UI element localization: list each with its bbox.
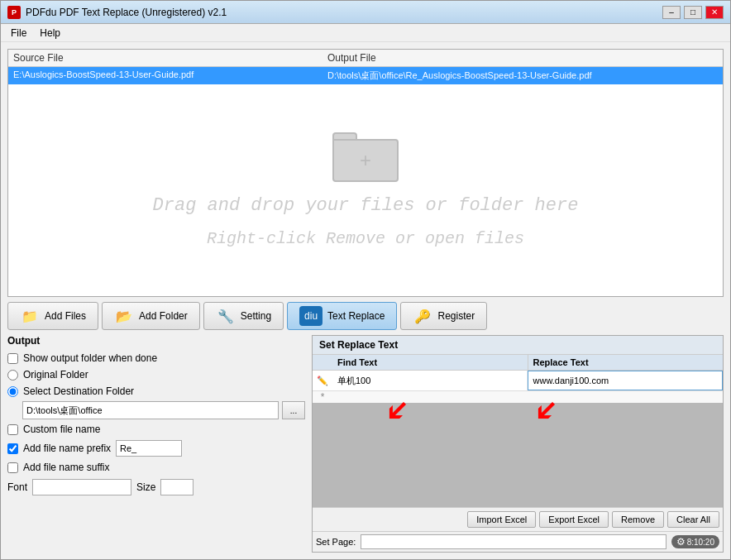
main-content: Source File Output File E:\Auslogics-Boo… [1, 42, 730, 559]
text-replace-label: Text Replace [327, 310, 385, 322]
maximize-button[interactable]: □ [684, 6, 702, 19]
app-icon: P [7, 6, 21, 19]
replace-cell-1[interactable]: www.danji100.com [528, 371, 724, 390]
add-prefix-label: Add file name prefix [23, 443, 111, 454]
select-dest-row: Select Destination Folder [7, 385, 305, 398]
custom-filename-row: Custom file name [7, 423, 305, 436]
export-excel-button[interactable]: Export Excel [539, 511, 609, 528]
select-dest-label: Select Destination Folder [23, 385, 134, 397]
browse-button[interactable]: ... [282, 401, 305, 419]
text-replace-button[interactable]: diu Text Replace [287, 302, 397, 330]
replace-bottom-bar: Import Excel Export Excel Remove Clear A… [313, 507, 723, 531]
add-files-icon: 📁 [20, 306, 40, 326]
replace-section-header: Set Replace Text [313, 336, 723, 355]
original-folder-radio[interactable] [7, 370, 18, 381]
replace-text-header: Replace Text [528, 355, 724, 370]
text-replace-icon: diu [299, 306, 322, 326]
size-input[interactable] [160, 479, 194, 495]
col-source-header: Source File [13, 52, 327, 64]
font-row: Font Size [7, 479, 305, 495]
output-file: D:\tools\桌面\office\Re_Auslogics-BoostSpe… [327, 69, 718, 82]
close-button[interactable]: ✕ [705, 6, 724, 19]
menu-help[interactable]: Help [33, 26, 67, 41]
add-files-button[interactable]: 📁 Add Files [7, 302, 98, 330]
edit-icon: ✏️ [313, 371, 332, 390]
menu-bar: File Help [1, 24, 730, 42]
window-controls: – □ ✕ [662, 6, 724, 19]
menu-file[interactable]: File [4, 26, 33, 41]
add-suffix-label: Add file name suffix [23, 462, 110, 473]
replace-new-row: * [313, 391, 723, 403]
file-table: Source File Output File E:\Auslogics-Boo… [7, 49, 724, 297]
show-folder-row: Show output folder when done [7, 352, 305, 365]
drop-text-1: Drag and drop your files or folder here [153, 195, 579, 216]
add-suffix-row: Add file name suffix [7, 461, 305, 474]
replace-table: Find Text Replace Text ✏️ 单机100 www.danj… [313, 355, 723, 507]
clear-all-button[interactable]: Clear All [667, 511, 719, 528]
minimize-button[interactable]: – [662, 6, 681, 19]
right-panel: Set Replace Text Find Text Replace Text … [312, 335, 724, 553]
add-folder-label: Add Folder [139, 310, 188, 322]
find-text-header: Find Text [332, 355, 528, 370]
add-folder-icon: 📂 [114, 306, 134, 326]
drop-area[interactable]: + Drag and drop your files or folder her… [8, 84, 723, 296]
add-prefix-row: Add file name prefix [7, 439, 305, 457]
title-bar: P PDFdu PDF Text Replace (Unregistered) … [1, 1, 730, 24]
bottom-area: Output Show output folder when done Orig… [7, 335, 724, 553]
add-files-label: Add Files [45, 310, 86, 322]
left-panel: Output Show output folder when done Orig… [7, 335, 305, 553]
page-info: 8:10:20 [687, 538, 714, 547]
show-folder-label: Show output folder when done [23, 352, 157, 364]
replace-table-body: ✏️ 单机100 www.danji100.com * ➔ ➔ [313, 371, 723, 507]
show-folder-checkbox[interactable] [7, 353, 18, 364]
col-output-header: Output File [327, 52, 718, 64]
drop-text-2: Right-click Remove or open files [207, 229, 524, 248]
size-label: Size [136, 481, 155, 493]
font-label: Font [7, 481, 27, 493]
file-table-header: Source File Output File [8, 50, 723, 67]
add-folder-button[interactable]: 📂 Add Folder [102, 302, 200, 330]
prefix-input[interactable] [116, 440, 182, 457]
register-icon: 🔑 [413, 306, 432, 326]
remove-button[interactable]: Remove [612, 511, 664, 528]
page-counter: ⚙ 8:10:20 [671, 535, 719, 548]
custom-filename-checkbox[interactable] [7, 424, 18, 435]
original-folder-row: Original Folder [7, 368, 305, 381]
main-window: P PDFdu PDF Text Replace (Unregistered) … [0, 0, 731, 560]
set-page-row: Set Page: ⚙ 8:10:20 [313, 531, 723, 552]
select-dest-radio[interactable] [7, 386, 18, 397]
import-excel-button[interactable]: Import Excel [467, 511, 536, 528]
folder-icon: + [332, 132, 399, 182]
dest-path-row: ... [22, 401, 305, 419]
window-title: PDFdu PDF Text Replace (Unregistered) v2… [26, 7, 662, 18]
new-row-icon: * [313, 391, 332, 403]
set-page-label: Set Page: [316, 537, 356, 547]
setting-button[interactable]: 🔧 Setting [203, 302, 284, 330]
add-suffix-checkbox[interactable] [7, 462, 18, 473]
font-input[interactable] [32, 479, 131, 495]
original-folder-label: Original Folder [23, 369, 88, 381]
setting-icon: 🔧 [216, 306, 236, 326]
custom-filename-label: Custom file name [23, 424, 100, 435]
output-label: Output [7, 335, 305, 347]
dest-path-input[interactable] [22, 401, 279, 419]
replace-icon-col [313, 355, 332, 370]
file-table-row[interactable]: E:\Auslogics-BoostSpeed-13-User-Guide.pd… [8, 67, 723, 84]
replace-row-1[interactable]: ✏️ 单机100 www.danji100.com [313, 371, 723, 391]
add-prefix-checkbox[interactable] [7, 443, 18, 454]
register-label: Register [437, 310, 475, 322]
register-button[interactable]: 🔑 Register [400, 302, 487, 330]
toolbar: 📁 Add Files 📂 Add Folder 🔧 Setting diu T… [7, 302, 724, 330]
setting-label: Setting [241, 310, 271, 322]
replace-table-header: Find Text Replace Text [313, 355, 723, 371]
find-cell-1[interactable]: 单机100 [332, 371, 528, 390]
set-page-input[interactable] [361, 534, 666, 549]
source-file: E:\Auslogics-BoostSpeed-13-User-Guide.pd… [13, 69, 327, 82]
